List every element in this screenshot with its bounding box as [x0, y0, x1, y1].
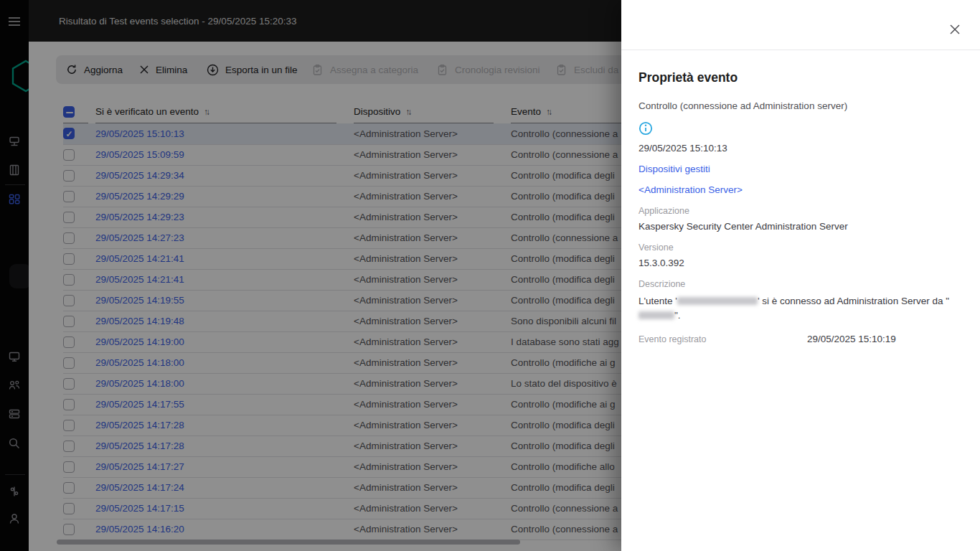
- app-window: Risultato di Test events selection - 29/…: [0, 0, 980, 551]
- field-label: Applicazione: [639, 206, 954, 216]
- redacted-username: [677, 297, 758, 305]
- managed-devices-link[interactable]: Dispositivi gestiti: [639, 164, 954, 174]
- info-icon: [639, 121, 653, 136]
- event-properties-panel: Proprietà evento Controllo (connessione …: [621, 0, 980, 551]
- field-value: Kaspersky Security Center Administration…: [639, 221, 954, 232]
- field-label: Descrizione: [639, 279, 954, 289]
- panel-header: [621, 0, 980, 50]
- event-registered-row: Evento registrato 29/05/2025 15:10:19: [639, 334, 954, 344]
- close-icon[interactable]: [947, 22, 963, 38]
- event-type-text: Controllo (connessione ad Administration…: [639, 100, 954, 111]
- field-value: 15.3.0.392: [639, 258, 954, 268]
- event-timestamp: 29/05/2025 15:10:13: [639, 143, 954, 154]
- modal-scrim[interactable]: [0, 0, 621, 551]
- administration-server-link[interactable]: <Administration Server>: [639, 184, 954, 195]
- redacted-address: [639, 311, 674, 319]
- panel-title: Proprietà evento: [639, 70, 954, 85]
- event-description: L'utente '' si è connesso ad Administrat…: [639, 294, 960, 323]
- field-label: Versione: [639, 242, 954, 253]
- registered-label: Evento registrato: [639, 334, 807, 344]
- registered-value: 29/05/2025 15:10:19: [807, 334, 896, 344]
